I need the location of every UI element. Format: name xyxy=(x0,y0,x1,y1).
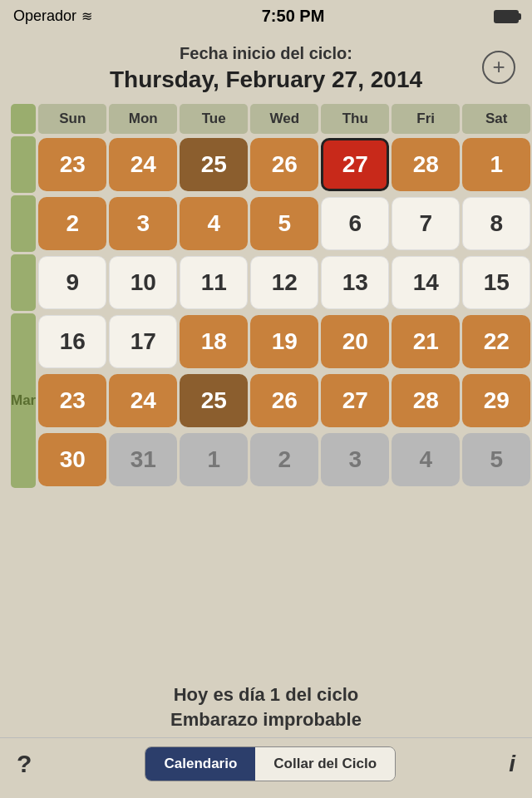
date-3-w1[interactable]: 3 xyxy=(109,197,177,250)
date-26-w4[interactable]: 26 xyxy=(250,374,318,427)
table-row[interactable]: 4 xyxy=(392,431,460,488)
table-row[interactable]: 1 xyxy=(180,431,248,488)
table-row[interactable]: 16 xyxy=(38,313,106,370)
date-7-w1[interactable]: 7 xyxy=(392,197,460,250)
date-26-w0[interactable]: 26 xyxy=(250,138,318,191)
table-row[interactable]: 6 xyxy=(321,195,389,252)
table-row[interactable]: 23 xyxy=(38,372,106,429)
help-button[interactable]: ? xyxy=(17,750,32,778)
tab-collar[interactable]: Collar del Ciclo xyxy=(255,747,395,781)
pregnancy-label: Embarazo improbable xyxy=(17,709,515,731)
date-12-w2[interactable]: 12 xyxy=(250,256,318,309)
table-row[interactable]: 25 xyxy=(180,136,248,193)
date-11-w2[interactable]: 11 xyxy=(180,256,248,309)
date-21-w3[interactable]: 21 xyxy=(392,315,460,368)
table-row[interactable]: 10 xyxy=(109,254,177,311)
table-row[interactable]: 26 xyxy=(250,372,318,429)
table-row[interactable]: 7 xyxy=(392,195,460,252)
table-row[interactable]: 8 xyxy=(462,195,530,252)
table-row[interactable]: 24 xyxy=(109,372,177,429)
calendar-container: Sun Mon Tue Wed Thu Fri Sat 232425262728… xyxy=(0,101,532,672)
date-4-w1[interactable]: 4 xyxy=(180,197,248,250)
table-row[interactable]: 30 xyxy=(38,431,106,488)
table-row[interactable]: 19 xyxy=(250,313,318,370)
date-17-w3[interactable]: 17 xyxy=(109,315,177,368)
table-row[interactable]: 28 xyxy=(392,372,460,429)
table-row[interactable]: 27 xyxy=(321,372,389,429)
table-row[interactable]: 26 xyxy=(250,136,318,193)
table-row[interactable]: 5 xyxy=(462,431,530,488)
date-10-w2[interactable]: 10 xyxy=(109,256,177,309)
info-button[interactable]: i xyxy=(509,751,515,777)
date-28-w4[interactable]: 28 xyxy=(392,374,460,427)
date-3-w5[interactable]: 3 xyxy=(321,433,389,486)
status-left: Operador ≋ xyxy=(13,7,92,25)
date-18-w3[interactable]: 18 xyxy=(180,315,248,368)
date-31-w5[interactable]: 31 xyxy=(109,433,177,486)
date-15-w2[interactable]: 15 xyxy=(462,256,530,309)
table-row[interactable]: 9 xyxy=(38,254,106,311)
day-header-tue: Tue xyxy=(180,104,248,134)
date-9-w2[interactable]: 9 xyxy=(38,256,106,309)
date-5-w5[interactable]: 5 xyxy=(462,433,530,486)
table-row[interactable]: 24 xyxy=(109,136,177,193)
table-row[interactable]: 23 xyxy=(38,136,106,193)
table-row[interactable]: 21 xyxy=(392,313,460,370)
date-16-w3[interactable]: 16 xyxy=(38,315,106,368)
table-row[interactable]: 28 xyxy=(392,136,460,193)
table-row[interactable]: 1 xyxy=(462,136,530,193)
table-row[interactable]: 29 xyxy=(462,372,530,429)
table-row[interactable]: 2 xyxy=(38,195,106,252)
date-19-w3[interactable]: 19 xyxy=(250,315,318,368)
date-24-w0[interactable]: 24 xyxy=(109,138,177,191)
day-header-sun: Sun xyxy=(38,104,106,134)
date-1-w5[interactable]: 1 xyxy=(180,433,248,486)
header: Fecha inicio del ciclo: Thursday, Februa… xyxy=(0,32,532,101)
date-27-w0[interactable]: 27 xyxy=(321,138,389,191)
date-6-w1[interactable]: 6 xyxy=(321,197,389,250)
tab-calendario[interactable]: Calendario xyxy=(145,747,255,781)
date-25-w0[interactable]: 25 xyxy=(180,138,248,191)
table-row[interactable]: 20 xyxy=(321,313,389,370)
date-29-w4[interactable]: 29 xyxy=(462,374,530,427)
table-row[interactable]: 22 xyxy=(462,313,530,370)
table-row[interactable]: 18 xyxy=(180,313,248,370)
table-row[interactable]: 11 xyxy=(180,254,248,311)
date-23-w0[interactable]: 23 xyxy=(38,138,106,191)
table-row[interactable]: 12 xyxy=(250,254,318,311)
date-1-w0[interactable]: 1 xyxy=(462,138,530,191)
table-row[interactable]: 14 xyxy=(392,254,460,311)
table-row[interactable]: 4 xyxy=(180,195,248,252)
date-22-w3[interactable]: 22 xyxy=(462,315,530,368)
table-row[interactable]: 31 xyxy=(109,431,177,488)
table-row[interactable]: 2 xyxy=(250,431,318,488)
add-button[interactable]: + xyxy=(482,51,515,84)
date-30-w5[interactable]: 30 xyxy=(38,433,106,486)
date-2-w5[interactable]: 2 xyxy=(250,433,318,486)
date-8-w1[interactable]: 8 xyxy=(462,197,530,250)
date-24-w4[interactable]: 24 xyxy=(109,374,177,427)
table-row[interactable]: 3 xyxy=(321,431,389,488)
date-25-w4[interactable]: 25 xyxy=(180,374,248,427)
day-header-thu: Thu xyxy=(321,104,389,134)
date-2-w1[interactable]: 2 xyxy=(38,197,106,250)
header-subtitle: Fecha inicio del ciclo: xyxy=(17,44,515,63)
date-20-w3[interactable]: 20 xyxy=(321,315,389,368)
date-28-w0[interactable]: 28 xyxy=(392,138,460,191)
date-4-w5[interactable]: 4 xyxy=(392,433,460,486)
date-13-w2[interactable]: 13 xyxy=(321,256,389,309)
table-row[interactable]: 15 xyxy=(462,254,530,311)
day-header-wed: Wed xyxy=(250,104,318,134)
date-14-w2[interactable]: 14 xyxy=(392,256,460,309)
date-27-w4[interactable]: 27 xyxy=(321,374,389,427)
table-row[interactable]: 5 xyxy=(250,195,318,252)
table-row[interactable]: 25 xyxy=(180,372,248,429)
month-label-mar: Mar xyxy=(11,313,36,488)
table-row[interactable]: 27 xyxy=(321,136,389,193)
table-row[interactable]: 17 xyxy=(109,313,177,370)
table-row[interactable]: 3 xyxy=(109,195,177,252)
date-23-w4[interactable]: 23 xyxy=(38,374,106,427)
date-5-w1[interactable]: 5 xyxy=(250,197,318,250)
feb-label-0 xyxy=(11,136,36,193)
table-row[interactable]: 13 xyxy=(321,254,389,311)
